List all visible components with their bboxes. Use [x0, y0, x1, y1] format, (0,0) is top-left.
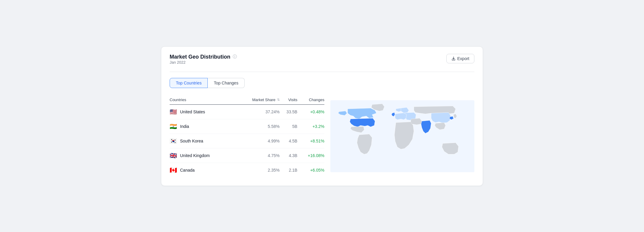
flag-icon: 🇬🇧: [170, 153, 177, 159]
market-geo-distribution-card: Market Geo Distribution ⓘ Jan 2022 Expor…: [161, 46, 483, 186]
change-cell: +8.51%: [297, 134, 324, 148]
col-visits: Visits: [280, 95, 298, 105]
country-name: India: [180, 124, 189, 129]
middle-east: [411, 118, 422, 125]
title-row: Market Geo Distribution ⓘ: [170, 54, 237, 60]
market-share-cell: 5.58%: [235, 119, 279, 134]
filter-icon[interactable]: ⇅: [277, 98, 280, 102]
visits-cell: 33.5B: [280, 104, 298, 119]
world-map: [330, 95, 474, 177]
table-section: Countries Market Share ⇅ Visits: [170, 95, 324, 177]
divider: [170, 72, 474, 72]
russia: [414, 106, 456, 114]
col-changes: Changes: [297, 95, 324, 105]
visits-cell: 5B: [280, 119, 298, 134]
flag-icon: 🇮🇳: [170, 123, 177, 129]
country-name: Canada: [180, 168, 195, 173]
country-name: South Korea: [180, 139, 203, 143]
map-section: [330, 95, 474, 177]
country-name: United Kingdom: [180, 153, 210, 158]
tab-top-changes[interactable]: Top Changes: [208, 78, 245, 88]
change-cell: +0.48%: [297, 104, 324, 119]
market-share-cell: 37.24%: [235, 104, 279, 119]
change-cell: +16.08%: [297, 148, 324, 163]
flag-icon: 🇺🇸: [170, 109, 177, 115]
change-cell: +6.05%: [297, 163, 324, 177]
market-share-cell: 2.35%: [235, 163, 279, 177]
tab-group: Top Countries Top Changes: [170, 78, 474, 88]
country-cell: 🇮🇳 India: [170, 119, 235, 134]
tab-top-countries[interactable]: Top Countries: [170, 78, 208, 88]
export-icon: [451, 57, 456, 61]
country-cell: 🇬🇧 United Kingdom: [170, 148, 235, 163]
table-row: 🇺🇸 United States 37.24% 33.5B +0.48%: [170, 104, 324, 119]
visits-cell: 2.1B: [280, 163, 298, 177]
market-share-cell: 4.99%: [235, 134, 279, 148]
table-header-row: Countries Market Share ⇅ Visits: [170, 95, 324, 105]
export-button[interactable]: Export: [446, 54, 474, 63]
flag-icon: 🇨🇦: [170, 167, 177, 173]
table-row: 🇬🇧 United Kingdom 4.75% 4.3B +16.08%: [170, 148, 324, 163]
table-row: 🇨🇦 Canada 2.35% 2.1B +6.05%: [170, 163, 324, 177]
col-countries: Countries: [170, 95, 235, 105]
country-cell: 🇰🇷 South Korea: [170, 134, 235, 148]
country-cell: 🇨🇦 Canada: [170, 163, 235, 177]
visits-cell: 4.3B: [280, 148, 298, 163]
subtitle: Jan 2022: [170, 60, 237, 65]
flag-icon: 🇰🇷: [170, 138, 177, 144]
content-area: Countries Market Share ⇅ Visits: [170, 95, 474, 177]
country-name: United States: [180, 109, 205, 114]
col-market-share[interactable]: Market Share ⇅: [235, 95, 279, 105]
card-header: Market Geo Distribution ⓘ Jan 2022 Expor…: [170, 54, 474, 70]
table-row: 🇰🇷 South Korea 4.99% 4.5B +8.51%: [170, 134, 324, 148]
country-cell: 🇺🇸 United States: [170, 104, 235, 119]
change-cell: +3.2%: [297, 119, 324, 134]
market-share-cell: 4.75%: [235, 148, 279, 163]
table-row: 🇮🇳 India 5.58% 5B +3.2%: [170, 119, 324, 134]
countries-table: Countries Market Share ⇅ Visits: [170, 95, 324, 177]
page-title: Market Geo Distribution: [170, 54, 230, 60]
visits-cell: 4.5B: [280, 134, 298, 148]
info-icon[interactable]: ⓘ: [233, 54, 237, 59]
